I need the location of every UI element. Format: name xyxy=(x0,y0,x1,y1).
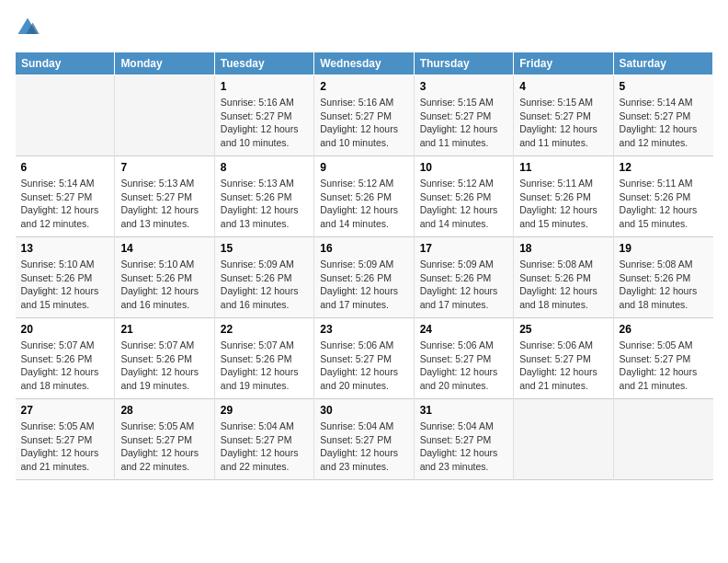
calendar-cell: 6Sunrise: 5:14 AMSunset: 5:27 PMDaylight… xyxy=(16,156,115,237)
day-number: 24 xyxy=(420,323,507,336)
day-number: 1 xyxy=(221,80,308,93)
calendar-cell: 13Sunrise: 5:10 AMSunset: 5:26 PMDayligh… xyxy=(16,237,115,318)
calendar-cell: 17Sunrise: 5:09 AMSunset: 5:26 PMDayligh… xyxy=(414,237,513,318)
day-info: Sunrise: 5:12 AMSunset: 5:26 PMDaylight:… xyxy=(420,177,507,231)
logo-icon xyxy=(15,15,40,40)
calendar-cell: 31Sunrise: 5:04 AMSunset: 5:27 PMDayligh… xyxy=(414,399,513,480)
day-number: 20 xyxy=(21,323,109,336)
calendar-header-row: SundayMondayTuesdayWednesdayThursdayFrid… xyxy=(16,52,713,75)
day-number: 25 xyxy=(519,323,607,336)
col-header-monday: Monday xyxy=(115,52,214,75)
col-header-saturday: Saturday xyxy=(613,52,712,75)
calendar-cell: 27Sunrise: 5:05 AMSunset: 5:27 PMDayligh… xyxy=(16,399,115,480)
calendar-cell: 23Sunrise: 5:06 AMSunset: 5:27 PMDayligh… xyxy=(314,318,414,399)
calendar-cell: 11Sunrise: 5:11 AMSunset: 5:26 PMDayligh… xyxy=(514,156,613,237)
day-number: 16 xyxy=(320,242,407,255)
day-number: 5 xyxy=(620,80,708,93)
day-number: 26 xyxy=(620,323,708,336)
calendar-cell: 1Sunrise: 5:16 AMSunset: 5:27 PMDaylight… xyxy=(214,75,313,156)
day-number: 18 xyxy=(519,242,607,255)
day-number: 6 xyxy=(21,161,109,174)
calendar-cell: 4Sunrise: 5:15 AMSunset: 5:27 PMDaylight… xyxy=(514,75,613,156)
day-info: Sunrise: 5:14 AMSunset: 5:27 PMDaylight:… xyxy=(21,177,109,231)
day-info: Sunrise: 5:08 AMSunset: 5:26 PMDaylight:… xyxy=(620,258,708,312)
calendar-cell: 2Sunrise: 5:16 AMSunset: 5:27 PMDaylight… xyxy=(314,75,414,156)
day-info: Sunrise: 5:05 AMSunset: 5:27 PMDaylight:… xyxy=(21,419,109,474)
day-number: 2 xyxy=(320,80,407,93)
day-number: 28 xyxy=(120,404,208,417)
calendar-cell: 12Sunrise: 5:11 AMSunset: 5:26 PMDayligh… xyxy=(613,156,712,237)
day-number: 27 xyxy=(21,404,109,417)
day-info: Sunrise: 5:10 AMSunset: 5:26 PMDaylight:… xyxy=(21,258,109,312)
day-info: Sunrise: 5:09 AMSunset: 5:26 PMDaylight:… xyxy=(420,258,507,312)
day-info: Sunrise: 5:15 AMSunset: 5:27 PMDaylight:… xyxy=(519,96,607,150)
calendar-cell: 18Sunrise: 5:08 AMSunset: 5:26 PMDayligh… xyxy=(514,237,613,318)
calendar-week-row: 27Sunrise: 5:05 AMSunset: 5:27 PMDayligh… xyxy=(16,399,713,480)
day-info: Sunrise: 5:15 AMSunset: 5:27 PMDaylight:… xyxy=(420,96,507,150)
calendar-week-row: 13Sunrise: 5:10 AMSunset: 5:26 PMDayligh… xyxy=(16,237,713,318)
calendar-cell: 3Sunrise: 5:15 AMSunset: 5:27 PMDaylight… xyxy=(414,75,513,156)
col-header-sunday: Sunday xyxy=(16,52,115,75)
day-number: 31 xyxy=(420,404,507,417)
day-info: Sunrise: 5:09 AMSunset: 5:26 PMDaylight:… xyxy=(320,258,407,312)
day-number: 21 xyxy=(120,323,208,336)
day-number: 9 xyxy=(320,161,407,174)
day-info: Sunrise: 5:08 AMSunset: 5:26 PMDaylight:… xyxy=(519,258,607,312)
calendar-cell xyxy=(613,399,712,480)
day-info: Sunrise: 5:09 AMSunset: 5:26 PMDaylight:… xyxy=(221,258,308,312)
day-number: 17 xyxy=(420,242,507,255)
day-number: 11 xyxy=(519,161,607,174)
day-info: Sunrise: 5:07 AMSunset: 5:26 PMDaylight:… xyxy=(120,339,208,393)
day-info: Sunrise: 5:13 AMSunset: 5:26 PMDaylight:… xyxy=(221,177,308,231)
day-number: 3 xyxy=(420,80,507,93)
day-info: Sunrise: 5:05 AMSunset: 5:27 PMDaylight:… xyxy=(620,339,708,393)
calendar-cell: 5Sunrise: 5:14 AMSunset: 5:27 PMDaylight… xyxy=(613,75,712,156)
day-number: 10 xyxy=(420,161,507,174)
calendar-cell: 10Sunrise: 5:12 AMSunset: 5:26 PMDayligh… xyxy=(414,156,513,237)
page-header xyxy=(15,15,713,40)
col-header-tuesday: Tuesday xyxy=(214,52,313,75)
day-info: Sunrise: 5:13 AMSunset: 5:27 PMDaylight:… xyxy=(120,177,208,231)
day-number: 7 xyxy=(120,161,208,174)
calendar-cell: 16Sunrise: 5:09 AMSunset: 5:26 PMDayligh… xyxy=(314,237,414,318)
calendar-cell: 25Sunrise: 5:06 AMSunset: 5:27 PMDayligh… xyxy=(514,318,613,399)
day-number: 8 xyxy=(221,161,308,174)
calendar-cell: 28Sunrise: 5:05 AMSunset: 5:27 PMDayligh… xyxy=(115,399,214,480)
day-info: Sunrise: 5:16 AMSunset: 5:27 PMDaylight:… xyxy=(221,96,308,150)
calendar-cell: 30Sunrise: 5:04 AMSunset: 5:27 PMDayligh… xyxy=(314,399,414,480)
day-number: 13 xyxy=(21,242,109,255)
day-info: Sunrise: 5:12 AMSunset: 5:26 PMDaylight:… xyxy=(320,177,407,231)
logo xyxy=(15,15,44,40)
day-number: 23 xyxy=(320,323,407,336)
calendar-cell xyxy=(16,75,115,156)
col-header-friday: Friday xyxy=(514,52,613,75)
calendar-week-row: 6Sunrise: 5:14 AMSunset: 5:27 PMDaylight… xyxy=(16,156,713,237)
day-info: Sunrise: 5:10 AMSunset: 5:26 PMDaylight:… xyxy=(120,258,208,312)
day-number: 14 xyxy=(120,242,208,255)
calendar-cell: 19Sunrise: 5:08 AMSunset: 5:26 PMDayligh… xyxy=(613,237,712,318)
calendar-cell: 7Sunrise: 5:13 AMSunset: 5:27 PMDaylight… xyxy=(115,156,214,237)
calendar-week-row: 1Sunrise: 5:16 AMSunset: 5:27 PMDaylight… xyxy=(16,75,713,156)
day-number: 30 xyxy=(320,404,407,417)
day-number: 4 xyxy=(519,80,607,93)
day-info: Sunrise: 5:05 AMSunset: 5:27 PMDaylight:… xyxy=(120,419,208,474)
day-info: Sunrise: 5:07 AMSunset: 5:26 PMDaylight:… xyxy=(21,339,109,393)
day-info: Sunrise: 5:07 AMSunset: 5:26 PMDaylight:… xyxy=(221,339,308,393)
day-info: Sunrise: 5:06 AMSunset: 5:27 PMDaylight:… xyxy=(519,339,607,393)
col-header-thursday: Thursday xyxy=(414,52,513,75)
day-info: Sunrise: 5:11 AMSunset: 5:26 PMDaylight:… xyxy=(620,177,708,231)
calendar-table: SundayMondayTuesdayWednesdayThursdayFrid… xyxy=(15,52,713,480)
calendar-cell xyxy=(115,75,214,156)
day-number: 12 xyxy=(620,161,708,174)
calendar-cell: 24Sunrise: 5:06 AMSunset: 5:27 PMDayligh… xyxy=(414,318,513,399)
day-info: Sunrise: 5:16 AMSunset: 5:27 PMDaylight:… xyxy=(320,96,407,150)
col-header-wednesday: Wednesday xyxy=(314,52,414,75)
calendar-cell xyxy=(514,399,613,480)
day-info: Sunrise: 5:04 AMSunset: 5:27 PMDaylight:… xyxy=(320,419,407,474)
day-info: Sunrise: 5:06 AMSunset: 5:27 PMDaylight:… xyxy=(320,339,407,393)
calendar-week-row: 20Sunrise: 5:07 AMSunset: 5:26 PMDayligh… xyxy=(16,318,713,399)
day-number: 19 xyxy=(620,242,708,255)
day-info: Sunrise: 5:11 AMSunset: 5:26 PMDaylight:… xyxy=(519,177,607,231)
day-info: Sunrise: 5:14 AMSunset: 5:27 PMDaylight:… xyxy=(620,96,708,150)
calendar-cell: 21Sunrise: 5:07 AMSunset: 5:26 PMDayligh… xyxy=(115,318,214,399)
